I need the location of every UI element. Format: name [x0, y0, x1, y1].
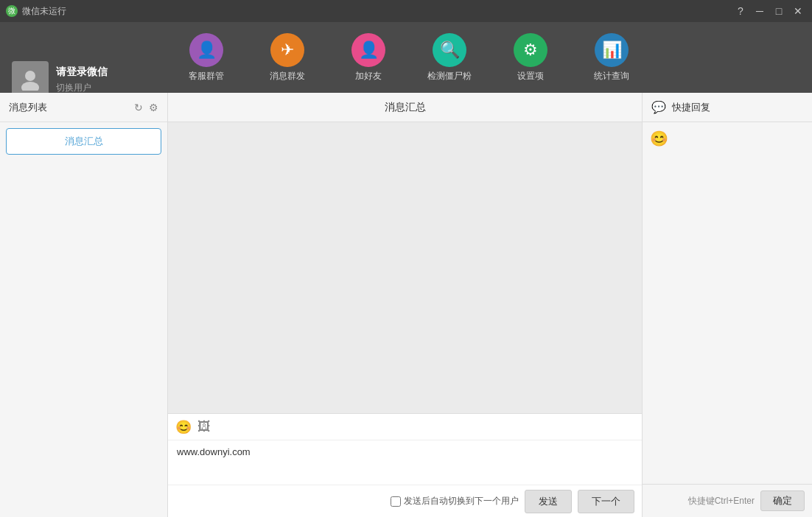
sidebar-title: 消息列表 [9, 101, 47, 114]
nav-label-statistics: 统计查询 [594, 70, 629, 82]
maximize-button[interactable]: □ [771, 4, 787, 18]
nav-icon-customer-service: 👤 [189, 33, 223, 67]
message-list: 消息汇总 [0, 122, 167, 161]
svg-point-0 [25, 71, 35, 81]
quick-reply-title: 快捷回复 [672, 101, 710, 114]
sidebar-icons: ↻ ⚙ [134, 102, 158, 113]
chat-title: 消息汇总 [385, 101, 426, 114]
shortcut-hint: 快捷键Ctrl+Enter [688, 495, 755, 507]
title-left: 微 微信未运行 [6, 5, 66, 18]
chat-area: 消息汇总 😊 🖼 www.downyi.com 发送后自动切换到下一个用户 发送… [168, 93, 643, 517]
nav-item-add-friend[interactable]: 👤加好友 [332, 28, 405, 87]
nav-item-customer-service[interactable]: 👤客服群管 [169, 28, 243, 87]
nav-label-settings: 设置项 [517, 70, 544, 82]
auto-switch-checkbox[interactable] [391, 496, 401, 507]
message-summary-item[interactable]: 消息汇总 [6, 128, 161, 155]
nav-item-statistics[interactable]: 📊统计查询 [575, 28, 648, 87]
close-button[interactable]: ✕ [790, 4, 806, 18]
switch-user-link[interactable]: 切换用户 [56, 82, 108, 94]
nav-item-detect-zombie[interactable]: 🔍检测僵尸粉 [413, 28, 486, 87]
next-button[interactable]: 下一个 [578, 490, 634, 513]
chat-header: 消息汇总 [168, 93, 642, 122]
user-name: 请登录微信 [56, 66, 108, 79]
chat-toolbar: 😊 🖼 [168, 414, 642, 440]
confirm-button[interactable]: 确定 [760, 490, 805, 511]
nav-item-mass-message[interactable]: ✈消息群发 [251, 28, 324, 87]
settings-icon[interactable]: ⚙ [149, 102, 158, 113]
title-controls: ? ─ □ ✕ [732, 4, 806, 18]
nav-icon-statistics: 📊 [595, 33, 629, 67]
nav-icon-mass-message: ✈ [270, 33, 304, 67]
image-icon[interactable]: 🖼 [197, 419, 211, 435]
nav-icon-settings: ⚙ [514, 33, 547, 67]
chat-input-box[interactable]: www.downyi.com [168, 440, 642, 485]
smiley-icon[interactable]: 😊 [650, 130, 668, 147]
nav-icon-add-friend: 👤 [351, 33, 385, 67]
app-icon: 微 [6, 5, 18, 17]
quick-reply-header: 💬 快捷回复 [643, 93, 812, 122]
nav-item-settings[interactable]: ⚙设置项 [494, 28, 567, 87]
nav-label-detect-zombie: 检测僵尸粉 [427, 70, 472, 82]
title-bar: 微 微信未运行 ? ─ □ ✕ [0, 0, 812, 22]
main-layout: 消息列表 ↻ ⚙ 消息汇总 消息汇总 😊 🖼 www.downyi.com [0, 93, 812, 517]
refresh-icon[interactable]: ↻ [134, 102, 143, 113]
chat-input-area: 😊 🖼 www.downyi.com 发送后自动切换到下一个用户 发送 下一个 [168, 413, 642, 517]
nav-label-add-friend: 加好友 [355, 70, 382, 82]
nav-label-customer-service: 客服群管 [189, 70, 224, 82]
quick-reply-body: 😊 [643, 122, 812, 484]
sidebar-header: 消息列表 ↻ ⚙ [0, 93, 167, 122]
chat-bubble-icon: 💬 [651, 100, 666, 114]
quick-reply-footer: 快捷键Ctrl+Enter 确定 [643, 484, 812, 517]
help-button[interactable]: ? [732, 4, 749, 18]
chat-footer: 发送后自动切换到下一个用户 发送 下一个 [168, 485, 642, 517]
sidebar: 消息列表 ↻ ⚙ 消息汇总 [0, 93, 168, 517]
quick-reply-panel: 💬 快捷回复 😊 快捷键Ctrl+Enter 确定 [643, 93, 812, 517]
auto-switch-label: 发送后自动切换到下一个用户 [391, 495, 519, 507]
emoji-icon[interactable]: 😊 [175, 419, 192, 435]
input-placeholder: www.downyi.com [177, 446, 251, 457]
auto-switch-text: 发送后自动切换到下一个用户 [404, 495, 519, 507]
nav-label-mass-message: 消息群发 [270, 70, 305, 82]
nav-icon-detect-zombie: 🔍 [433, 33, 466, 67]
user-info: 请登录微信 切换用户 [56, 66, 108, 94]
minimize-button[interactable]: ─ [752, 4, 768, 18]
send-button[interactable]: 发送 [525, 490, 572, 513]
chat-messages [168, 122, 642, 413]
app-title: 微信未运行 [22, 5, 66, 18]
svg-point-1 [21, 82, 39, 91]
